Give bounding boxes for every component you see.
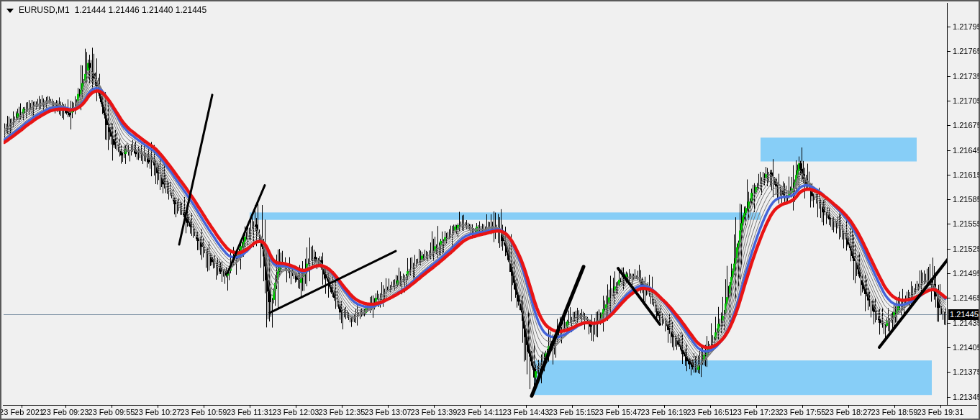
chevron-down-icon[interactable] [6, 9, 14, 13]
y-axis-label: 1.21705 [953, 96, 980, 106]
x-axis-label: 23 Feb 14:43 [503, 408, 550, 416]
y-axis-label: 1.21555 [953, 219, 980, 229]
x-axis-label: 23 Feb 11:31 [227, 408, 273, 416]
ohlc-quote-values: 1.21444 1.21446 1.21440 1.21445 [75, 5, 207, 15]
y-axis-label: 1.21615 [953, 170, 980, 180]
chart-window: EURUSD,M1 1.21444 1.21446 1.21440 1.2144… [0, 0, 980, 420]
y-axis-label: 1.21795 [953, 22, 980, 32]
x-axis-label: 23 Feb 13:07 [365, 408, 412, 416]
y-axis-label: 1.21645 [953, 145, 980, 155]
x-axis-label: 23 Feb 13:39 [411, 408, 458, 416]
x-axis-label: 23 Feb 2021 [0, 408, 44, 416]
y-axis-label: 1.21765 [953, 46, 980, 56]
current-price-tag: 1.21445 [948, 309, 980, 320]
chart-title-bar: EURUSD,M1 1.21444 1.21446 1.21440 1.2144… [6, 4, 207, 16]
x-axis-label: 23 Feb 16:51 [687, 408, 734, 416]
y-axis-label: 1.21675 [953, 120, 980, 130]
x-axis-label: 23 Feb 10:27 [135, 408, 181, 416]
x-axis-label: 23 Feb 18:59 [871, 408, 918, 416]
x-axis-label: 23 Feb 19:31 [917, 408, 964, 416]
x-axis-label: 23 Feb 12:35 [319, 408, 366, 416]
x-axis-label: 23 Feb 18:27 [825, 408, 872, 416]
price-chart-canvas[interactable] [1, 1, 979, 419]
x-axis-label: 23 Feb 09:55 [89, 408, 135, 416]
x-axis-label: 23 Feb 17:23 [733, 408, 780, 416]
y-axis-label: 1.21525 [953, 244, 980, 254]
x-axis-label: 23 Feb 12:03 [273, 408, 319, 416]
x-axis-label: 23 Feb 09:23 [42, 408, 89, 416]
y-axis-label: 1.21375 [953, 367, 980, 377]
x-axis-label: 23 Feb 15:47 [595, 408, 642, 416]
symbol-period-label: EURUSD,M1 [19, 5, 70, 15]
x-axis-label: 23 Feb 14:11 [457, 408, 503, 416]
x-axis-label: 23 Feb 17:55 [779, 408, 826, 416]
x-axis-label: 23 Feb 15:15 [549, 408, 596, 416]
y-axis-label: 1.21405 [953, 342, 980, 352]
y-axis-label: 1.21585 [953, 194, 980, 204]
y-axis-label: 1.21465 [953, 293, 980, 303]
y-axis-label: 1.21345 [953, 392, 980, 402]
y-axis-label: 1.21495 [953, 268, 980, 278]
x-axis-label: 23 Feb 10:59 [181, 408, 227, 416]
y-axis-label: 1.21735 [953, 71, 980, 81]
x-axis-label: 23 Feb 16:19 [641, 408, 688, 416]
